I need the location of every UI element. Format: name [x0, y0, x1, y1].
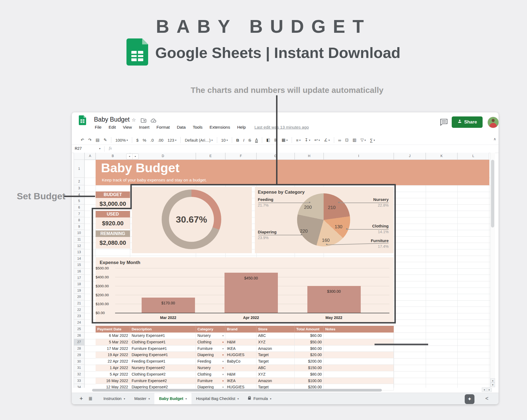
- table-cell[interactable]: 6 Mar 2022: [96, 333, 130, 339]
- text-rotation-icon[interactable]: ∠▾: [324, 138, 330, 142]
- expand-left-icon[interactable]: ◂: [126, 154, 133, 159]
- summary-value-used[interactable]: $920.00: [96, 217, 130, 229]
- table-cell[interactable]: Nursery▾: [196, 365, 225, 371]
- horizontal-scrollbar[interactable]: [92, 389, 382, 392]
- table-cell[interactable]: Furniture▾: [196, 378, 225, 384]
- tab-baby-budget[interactable]: Baby Budget▾: [154, 393, 191, 404]
- table-cell[interactable]: 5 Mar 2022: [96, 339, 130, 346]
- table-cell[interactable]: [324, 365, 394, 371]
- horizontal-align-icon[interactable]: ≡▾: [296, 138, 301, 142]
- table-header-total-amount[interactable]: Total Amount: [295, 326, 324, 333]
- font-size-select[interactable]: 10▾: [221, 138, 228, 142]
- row-header-2[interactable]: 2: [74, 178, 84, 185]
- table-cell[interactable]: Clothing▾: [196, 371, 225, 378]
- table-cell[interactable]: [324, 378, 394, 384]
- table-cell[interactable]: Nursery Expense#1: [130, 333, 196, 339]
- table-cell[interactable]: 22 Apr 2022: [96, 358, 130, 365]
- table-cell[interactable]: Amazon: [256, 378, 295, 384]
- font-select[interactable]: Default (Ari…)▾: [185, 138, 213, 142]
- row-header-23[interactable]: 23: [74, 313, 84, 320]
- table-header-description[interactable]: Description: [130, 326, 196, 333]
- scroll-down-icon[interactable]: ▾: [490, 383, 495, 387]
- print-icon[interactable]: ▤: [96, 138, 99, 142]
- last-edit-link[interactable]: Last edit was 13 minutes ago: [255, 125, 309, 130]
- row-header-17[interactable]: 17: [74, 275, 84, 281]
- table-cell[interactable]: H&M: [225, 371, 256, 378]
- increase-decimals-icon[interactable]: .00: [158, 138, 164, 142]
- fill-color-icon[interactable]: ◧: [266, 138, 270, 142]
- table-cell[interactable]: 16 May 2022: [96, 378, 130, 384]
- row-header-16[interactable]: 16: [74, 268, 84, 275]
- table-cell[interactable]: HUGGIES: [225, 352, 256, 358]
- name-box-caret-icon[interactable]: ▾: [99, 147, 100, 150]
- row-header-15[interactable]: 15: [74, 262, 84, 268]
- column-header-E[interactable]: E: [196, 153, 225, 160]
- redo-icon[interactable]: ↷: [88, 138, 92, 142]
- category-dropdown-icon[interactable]: ▾: [222, 339, 224, 346]
- table-cell[interactable]: $50.00: [295, 339, 324, 346]
- account-avatar[interactable]: [487, 117, 499, 128]
- table-cell[interactable]: BabyCo: [225, 358, 256, 365]
- menu-file[interactable]: File: [95, 125, 102, 130]
- table-cell[interactable]: ABC: [256, 333, 295, 339]
- table-header-brand[interactable]: Brand: [225, 326, 256, 333]
- table-cell[interactable]: 5 Apr 2022: [96, 371, 130, 378]
- explore-button[interactable]: ✦: [465, 394, 474, 404]
- row-header-7[interactable]: 7: [74, 211, 84, 217]
- table-cell[interactable]: Furniture Expense#2: [130, 378, 196, 384]
- insert-chart-icon[interactable]: ▥: [353, 138, 356, 142]
- menu-data[interactable]: Data: [177, 125, 186, 130]
- scroll-right-icon[interactable]: ▸: [487, 388, 492, 392]
- toolbar-collapse-icon[interactable]: ∧: [493, 137, 496, 141]
- italic-icon[interactable]: I: [243, 138, 244, 142]
- borders-icon[interactable]: ⊞: [274, 138, 278, 142]
- sheet-title-banner[interactable]: Baby Budget Keep track of your baby expe…: [96, 160, 489, 185]
- row-header-22[interactable]: 22: [74, 307, 84, 313]
- menu-help[interactable]: Help: [237, 125, 246, 130]
- row-header-25[interactable]: 25: [74, 326, 84, 333]
- menu-view[interactable]: View: [123, 125, 132, 130]
- row-header-6[interactable]: 6: [74, 204, 84, 211]
- table-header-store[interactable]: Store: [256, 326, 295, 333]
- expense-by-month-chart[interactable]: Expense by Month $0.00$100.00$200.00$300…: [96, 257, 393, 322]
- table-cell[interactable]: H&M: [225, 339, 256, 346]
- table-cell[interactable]: Clothing Expense#1: [130, 339, 196, 346]
- decrease-decimals-icon[interactable]: .0: [150, 138, 154, 142]
- row-header-11[interactable]: 11: [74, 236, 84, 243]
- summary-header-budget[interactable]: BUDGET: [96, 191, 130, 198]
- column-header-B[interactable]: B: [96, 153, 130, 160]
- table-cell[interactable]: [324, 371, 394, 378]
- tab-instruction[interactable]: Instruction▾: [99, 393, 130, 404]
- bold-icon[interactable]: B: [236, 138, 239, 142]
- table-cell[interactable]: $100.00: [295, 378, 324, 384]
- row-header-20[interactable]: 20: [74, 294, 84, 300]
- table-cell[interactable]: $80.00: [295, 371, 324, 378]
- row-header-32[interactable]: 32: [74, 371, 84, 378]
- row-header-1[interactable]: 1: [74, 160, 84, 178]
- table-cell[interactable]: Feeding▾: [196, 358, 225, 365]
- row-header-31[interactable]: 31: [74, 365, 84, 371]
- expand-right-icon[interactable]: ▸: [133, 154, 139, 159]
- row-header-9[interactable]: 9: [74, 224, 84, 230]
- category-dropdown-icon[interactable]: ▾: [222, 365, 224, 371]
- row-header-18[interactable]: 18: [74, 281, 84, 288]
- menu-tools[interactable]: Tools: [193, 125, 203, 130]
- table-cell[interactable]: Diapering▾: [196, 352, 225, 358]
- table-cell[interactable]: IKEA: [225, 378, 256, 384]
- table-cell[interactable]: Target: [256, 358, 295, 365]
- category-dropdown-icon[interactable]: ▾: [222, 358, 224, 365]
- column-header-I[interactable]: I: [324, 153, 394, 160]
- table-cell[interactable]: Feeding Expense#1: [130, 358, 196, 365]
- cell-name-box[interactable]: R27: [75, 146, 82, 151]
- table-cell[interactable]: XYZ: [256, 371, 295, 378]
- table-cell[interactable]: $150.00: [295, 365, 324, 371]
- column-header-K[interactable]: K: [426, 153, 457, 160]
- summary-value-budget[interactable]: $3,000.00: [96, 198, 130, 210]
- table-cell[interactable]: [225, 365, 256, 371]
- table-cell[interactable]: Clothing▾: [196, 339, 225, 346]
- column-header-G[interactable]: G: [256, 153, 295, 160]
- table-cell[interactable]: IKEA: [225, 346, 256, 352]
- functions-icon[interactable]: ∑▾: [370, 138, 375, 142]
- table-cell[interactable]: XYZ: [256, 339, 295, 346]
- scroll-left-icon[interactable]: ◂: [482, 388, 487, 392]
